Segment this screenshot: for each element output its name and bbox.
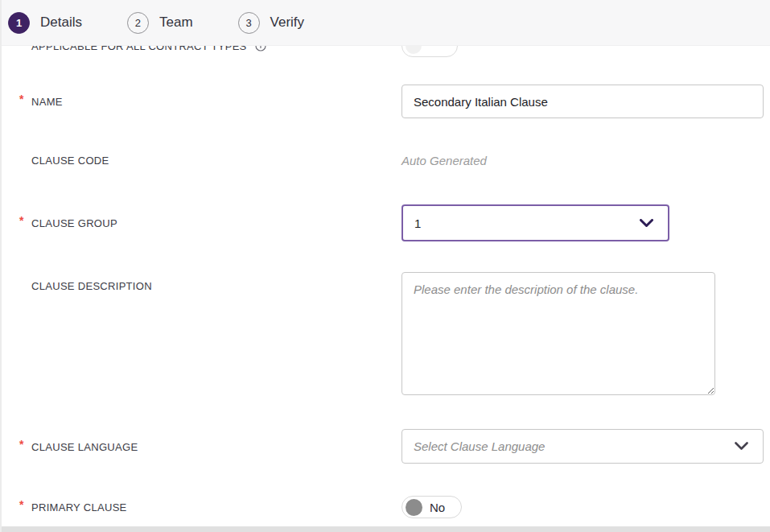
name-label: NAME xyxy=(31,96,63,108)
primary-clause-row: * PRIMARY CLAUSE No xyxy=(2,496,770,518)
clause-group-select[interactable]: 1 xyxy=(401,204,669,241)
required-asterisk: * xyxy=(19,438,23,451)
clause-code-value: Auto Generated xyxy=(401,154,487,167)
step-label: Details xyxy=(40,14,82,31)
step-label: Verify xyxy=(270,14,305,31)
clause-language-label: CLAUSE LANGUAGE xyxy=(31,441,138,453)
clause-language-placeholder: Select Clause Language xyxy=(414,439,545,453)
chevron-down-icon xyxy=(735,442,748,451)
clause-group-row: * CLAUSE GROUP 1 xyxy=(2,204,770,241)
chevron-down-icon xyxy=(640,219,653,228)
primary-clause-toggle[interactable]: No xyxy=(401,496,462,518)
toggle-knob xyxy=(406,499,422,516)
step-number-badge: 2 xyxy=(127,12,149,34)
primary-clause-label: PRIMARY CLAUSE xyxy=(31,501,127,513)
bottom-scrollbar-track[interactable] xyxy=(2,526,770,532)
clause-group-label: CLAUSE GROUP xyxy=(31,217,117,229)
clause-code-row: CLAUSE CODE Auto Generated xyxy=(2,152,770,168)
clause-description-textarea[interactable] xyxy=(401,272,715,395)
name-input[interactable] xyxy=(401,85,764,118)
required-asterisk: * xyxy=(19,498,23,511)
clause-group-selected-value: 1 xyxy=(414,217,421,230)
clause-details-form: APPLICABLE FOR ALL CONTRACT TYPES * NAME… xyxy=(2,30,770,532)
clause-code-label: CLAUSE CODE xyxy=(31,155,109,167)
toggle-value-label: No xyxy=(430,501,445,514)
clause-language-select[interactable]: Select Clause Language xyxy=(401,429,764,464)
wizard-stepper: 1 Details 2 Team 3 Verify xyxy=(2,0,770,46)
step-verify[interactable]: 3 Verify xyxy=(238,12,305,34)
step-number-badge: 3 xyxy=(238,12,260,34)
clause-description-row: CLAUSE DESCRIPTION xyxy=(2,272,770,395)
name-field-row: * NAME xyxy=(2,85,770,118)
required-asterisk: * xyxy=(19,214,23,227)
required-asterisk: * xyxy=(19,93,23,105)
clause-language-row: * CLAUSE LANGUAGE Select Clause Language xyxy=(2,429,770,464)
step-details[interactable]: 1 Details xyxy=(8,12,82,34)
clause-description-label: CLAUSE DESCRIPTION xyxy=(31,280,152,292)
step-number-badge: 1 xyxy=(8,12,30,34)
step-label: Team xyxy=(159,14,193,31)
step-team[interactable]: 2 Team xyxy=(127,12,193,34)
